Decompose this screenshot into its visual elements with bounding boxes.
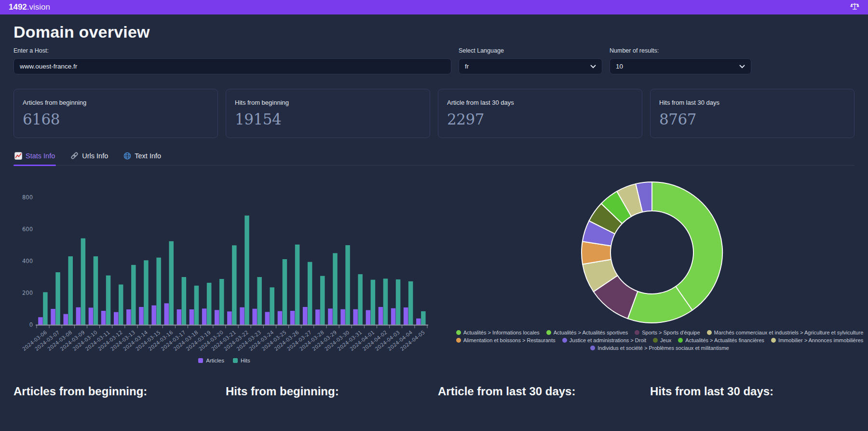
svg-text:200: 200: [22, 290, 33, 296]
svg-text:800: 800: [22, 194, 33, 201]
section-heading-articles-total: Articles from beginning:: [14, 385, 218, 398]
chart-icon: [14, 152, 22, 160]
legend-item[interactable]: Jeux: [653, 337, 671, 343]
language-label: Select Language: [459, 47, 602, 54]
legend-item[interactable]: Alimentation et boissons > Restaurants: [456, 337, 556, 343]
stat-card-hits-30d: Hits from last 30 days 8767: [650, 89, 854, 138]
tab-urls-info[interactable]: Urls Info: [69, 150, 109, 165]
chevron-down-icon: [739, 65, 745, 69]
app-logo: 1492.vision: [9, 0, 50, 14]
legend-item[interactable]: Articles: [198, 358, 224, 363]
legend-swatch: [198, 358, 203, 363]
categories-donut-chart[interactable]: [580, 180, 724, 325]
bar-chart-legend: ArticlesHits: [19, 358, 429, 363]
legend-item[interactable]: Actualités > Actualités financières: [678, 337, 764, 343]
charts-panel: 02004006008002024-03-062024-03-072024-03…: [14, 166, 854, 384]
link-icon: [70, 152, 79, 160]
stat-card-hits-total: Hits from beginning 19154: [226, 89, 430, 138]
articles-hits-bar-chart[interactable]: 02004006008002024-03-062024-03-072024-03…: [19, 166, 429, 359]
legend-item[interactable]: Justice et administrations > Droit: [562, 337, 646, 343]
legend-dot: [456, 338, 461, 343]
section-heading-articles-30d: Article from last 30 days:: [438, 385, 642, 398]
legend-dot: [678, 338, 683, 343]
query-form: Enter a Host: Select Language fr Number …: [14, 47, 854, 74]
tab-label: Urls Info: [82, 152, 108, 160]
logo-bold: 1492: [9, 2, 27, 12]
legend-item[interactable]: Marchés commerciaux et industriels > Agr…: [707, 330, 864, 335]
logo-light: .vision: [27, 2, 50, 12]
tab-label: Text Info: [135, 152, 161, 160]
legend-item[interactable]: Actualités > Informations locales: [456, 330, 540, 335]
language-selected-value: fr: [465, 63, 469, 70]
top-navbar: 1492.vision: [0, 0, 868, 14]
svg-text:400: 400: [22, 258, 33, 264]
stat-value: 19154: [235, 111, 421, 128]
language-select[interactable]: fr: [459, 58, 602, 74]
stat-value: 8767: [659, 111, 845, 128]
page-title: Domain overview: [14, 23, 854, 42]
legend-item[interactable]: Hits: [233, 358, 250, 363]
stat-card-articles-total: Articles from beginning 6168: [14, 89, 218, 138]
stat-value: 6168: [23, 111, 209, 128]
section-heading-hits-30d: Hits from last 30 days:: [650, 385, 854, 398]
legend-dot: [707, 330, 712, 335]
stat-cards: Articles from beginning 6168 Hits from b…: [14, 89, 854, 138]
legend-dot: [653, 338, 658, 343]
legend-dot: [590, 346, 595, 350]
stat-card-articles-30d: Article from last 30 days 2297: [438, 89, 642, 138]
svg-text:0: 0: [29, 321, 33, 328]
section-headings: Articles from beginning: Hits from begin…: [14, 385, 854, 398]
host-input[interactable]: [14, 58, 451, 74]
legend-item[interactable]: Immobilier > Annonces immobilières: [771, 337, 863, 343]
stat-label: Hits from beginning: [235, 99, 421, 106]
legend-dot: [456, 330, 461, 335]
tab-text-info[interactable]: Text Info: [122, 150, 162, 165]
legend-item[interactable]: Sports > Sports d'équipe: [635, 330, 700, 335]
legend-dot: [635, 330, 639, 335]
stat-label: Hits from last 30 days: [659, 99, 845, 106]
legend-swatch: [233, 358, 238, 363]
legend-dot: [562, 338, 567, 343]
stat-label: Article from last 30 days: [447, 99, 633, 106]
legend-item[interactable]: Individus et société > Problèmes sociaux…: [590, 345, 729, 351]
stat-label: Articles from beginning: [23, 99, 209, 106]
legend-item[interactable]: Actualités > Actualités sportives: [546, 330, 628, 335]
results-selected-value: 10: [616, 63, 623, 70]
info-tabs: Stats Info Urls Info Text Info: [14, 150, 854, 166]
svg-text:600: 600: [22, 226, 33, 233]
legend-dot: [771, 338, 776, 343]
results-label: Number of results:: [610, 47, 751, 54]
results-select[interactable]: 10: [610, 58, 751, 74]
donut-chart-legend: Actualités > Informations localesActuali…: [447, 330, 868, 351]
tab-label: Stats Info: [26, 152, 55, 160]
section-heading-hits-total: Hits from beginning:: [226, 385, 430, 398]
chevron-down-icon: [590, 65, 596, 69]
scales-icon: [850, 2, 859, 13]
globe-icon: [123, 152, 131, 160]
tab-stats-info[interactable]: Stats Info: [14, 150, 56, 165]
host-label: Enter a Host:: [14, 47, 451, 54]
legend-dot: [546, 330, 551, 335]
stat-value: 2297: [447, 111, 633, 128]
